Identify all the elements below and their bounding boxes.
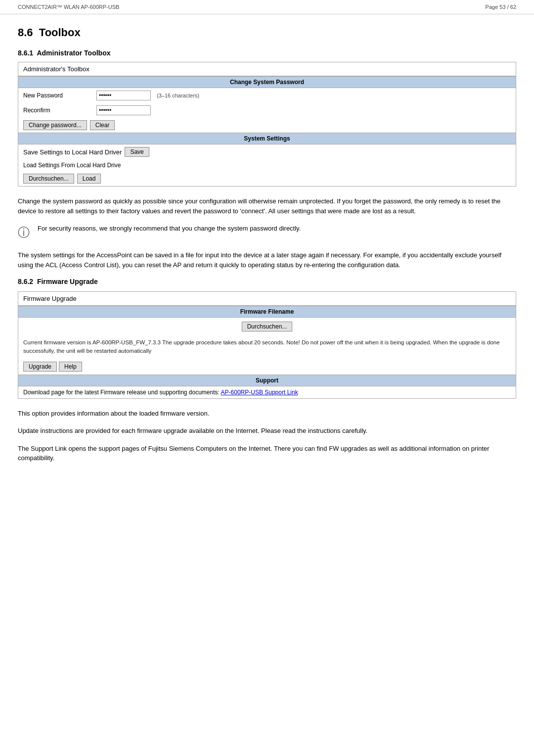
info-text: For security reasons, we strongly recomm… [38,224,301,234]
admin-panel-title: Administrator's Toolbox [18,62,516,76]
support-header: Support [18,375,516,386]
firmware-filename-header: Firmware Filename [18,306,516,318]
info-icon: ⓘ [18,225,30,240]
upgrade-button[interactable]: Upgrade [23,362,57,372]
save-button[interactable]: Save [125,147,149,157]
firmware-buttons-row: Upgrade Help [18,359,516,375]
main-content: 8.6 Toolbox 8.6.1 Administrator Toolbox … [0,14,534,483]
change-password-header: Change System Password [18,76,516,88]
load-row: Durchsuchen... Load [18,171,516,186]
admin-para1: Change the system password as quickly as… [18,196,516,216]
support-row: Download page for the latest Firmware re… [18,386,516,398]
save-label: Save Settings to Local Hard Driver [23,148,122,156]
change-password-button[interactable]: Change password... [23,120,87,130]
firmware-para3: The Support Link opens the support pages… [18,444,516,463]
browse-button-admin[interactable]: Durchsuchen... [23,174,74,184]
password-hint: (3–16 characters) [157,93,199,98]
firmware-note: Current firmware version is AP-600RP-USB… [18,335,516,359]
info-box: ⓘ For security reasons, we strongly reco… [18,224,516,240]
firmware-para1: This option provides information about t… [18,409,516,419]
reconfirm-input[interactable] [96,105,151,115]
support-text: Download page for the latest Firmware re… [23,389,221,396]
reconfirm-label: Reconfirm [23,107,92,114]
browse-button-firmware[interactable]: Durchsuchen... [242,322,293,331]
clear-button[interactable]: Clear [90,120,115,130]
load-label-row: Load Settings From Local Hard Drive [18,159,516,171]
firmware-panel-title: Firmware Upgrade [18,292,516,306]
new-password-input[interactable] [96,91,151,100]
load-label: Load Settings From Local Hard Drive [23,162,121,169]
admin-para2: The system settings for the AccessPoint … [18,250,516,270]
firmware-browse-row: Durchsuchen... [18,318,516,335]
admin-toolbox-panel: Administrator's Toolbox Change System Pa… [18,62,516,187]
support-link[interactable]: AP-600RP-USB Support Link [221,389,298,396]
system-settings-header: System Settings [18,133,516,144]
help-button[interactable]: Help [59,362,82,372]
reconfirm-row: Reconfirm [18,103,516,118]
section-title: 8.6 Toolbox [18,26,516,39]
subsection-admin-title: 8.6.1 Administrator Toolbox [18,49,516,57]
page-header: CONNECT2AIR™ WLAN AP-600RP-USB Page 53 /… [0,0,534,14]
new-password-label: New Password [23,92,92,99]
subsection-admin: 8.6.1 Administrator Toolbox Administrato… [18,49,516,270]
new-password-row: New Password (3–16 characters) [18,88,516,103]
firmware-para2: Update instructions are provided for eac… [18,426,516,436]
password-buttons-row: Change password... Clear [18,118,516,133]
section-toolbox: 8.6 Toolbox [18,26,516,39]
subsection-firmware-title: 8.6.2 Firmware Upgrade [18,278,516,285]
load-button[interactable]: Load [77,174,101,184]
firmware-panel: Firmware Upgrade Firmware Filename Durch… [18,291,516,399]
subsection-firmware: 8.6.2 Firmware Upgrade Firmware Upgrade … [18,278,516,463]
product-name: CONNECT2AIR™ WLAN AP-600RP-USB [18,4,119,10]
save-settings-row: Save Settings to Local Hard Driver Save [18,144,516,159]
page-info: Page 53 / 62 [486,4,516,10]
